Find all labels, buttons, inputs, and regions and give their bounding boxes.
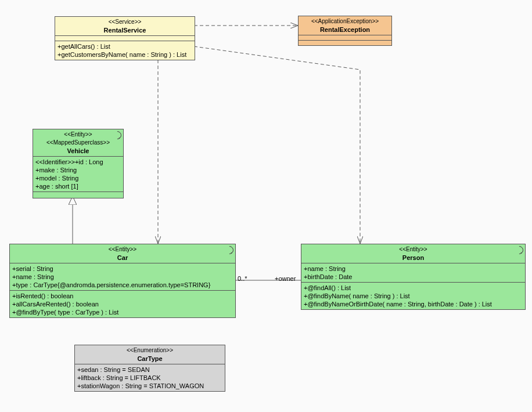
- attribute: +type : CarType{@andromda.persistence.en…: [12, 281, 233, 289]
- class-rentalexception[interactable]: <<ApplicationException>> RentalException: [298, 16, 392, 46]
- class-name: CarType: [77, 355, 222, 363]
- attribute: +name : String: [12, 273, 233, 281]
- operation: +@findByNameOrBirthDate( name : String, …: [304, 300, 523, 308]
- enum-literal: +stationWagon : String = STATION_WAGON: [77, 382, 222, 390]
- operation: +@findAll() : List: [304, 284, 523, 292]
- operation: +allCarsAreRented() : boolean: [12, 300, 233, 308]
- attribute: <<Identifier>>+id : Long: [35, 158, 121, 166]
- role-owner: +owner: [275, 275, 296, 282]
- multiplicity-car: 0..*: [238, 275, 247, 282]
- class-name: Person: [304, 254, 523, 262]
- stereotype: <<Enumeration>>: [77, 346, 222, 355]
- enum-literal: +sedan : String = SEDAN: [77, 366, 222, 374]
- operation: +@findByName( name : String ) : List: [304, 292, 523, 300]
- class-name: RentalException: [301, 26, 389, 34]
- operation: +@findByType( type : CarType ) : List: [12, 308, 233, 316]
- class-name: Vehicle: [35, 147, 121, 155]
- stereotype: <<Entity>>: [12, 245, 233, 254]
- class-name: Car: [12, 254, 233, 262]
- class-name: RentalService: [57, 26, 192, 34]
- class-vehicle[interactable]: <<Entity>> <<MappedSuperclass>> Vehicle …: [33, 129, 124, 198]
- stereotype: <<ApplicationException>>: [301, 17, 389, 26]
- operation: +isRented() : boolean: [12, 292, 233, 300]
- attribute: +birthDate : Date: [304, 273, 523, 281]
- class-cartype[interactable]: <<Enumeration>> CarType +sedan : String …: [74, 345, 225, 392]
- attribute: +age : short [1]: [35, 182, 121, 190]
- stereotype: <<Entity>>: [304, 245, 523, 254]
- attribute: +name : String: [304, 265, 523, 273]
- attribute: +serial : String: [12, 265, 233, 273]
- stereotype: <<MappedSuperclass>>: [35, 139, 121, 147]
- class-car[interactable]: <<Entity>> Car +serial : String +name : …: [9, 244, 236, 318]
- operation: +getCustomersByName( name : String ) : L…: [57, 50, 192, 59]
- class-person[interactable]: <<Entity>> Person +name : String +birthD…: [301, 244, 526, 310]
- attribute: +make : String: [35, 166, 121, 174]
- operation: +getAllCars() : List: [57, 42, 192, 50]
- stereotype: <<Entity>>: [35, 131, 121, 139]
- class-rentalservice[interactable]: <<Service>> RentalService +getAllCars() …: [55, 16, 195, 60]
- stereotype: <<Service>>: [57, 18, 192, 26]
- attribute: +model : String: [35, 174, 121, 182]
- dependency-service-person: [194, 46, 360, 244]
- enum-literal: +liftback : String = LIFTBACK: [77, 374, 222, 382]
